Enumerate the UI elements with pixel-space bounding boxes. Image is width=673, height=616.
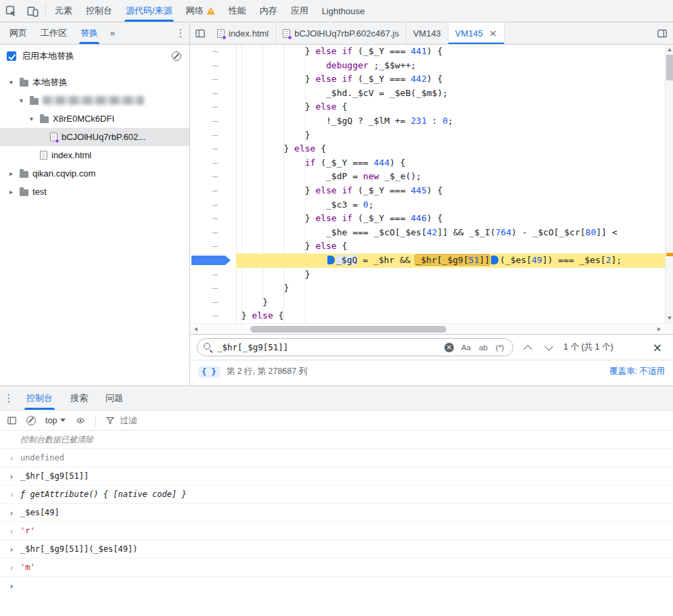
- drawer-tab[interactable]: 控制台: [18, 386, 62, 410]
- gutter-marker[interactable]: –: [190, 128, 236, 143]
- show-debugger-sidebar-icon[interactable]: [651, 22, 673, 44]
- gutter-marker[interactable]: –: [190, 114, 236, 128]
- gutter-marker[interactable]: –: [190, 239, 236, 254]
- panel-tab-label: 性能: [229, 5, 246, 17]
- scroll-up-arrow[interactable]: [666, 45, 673, 54]
- inline-breakpoint-marker[interactable]: [327, 256, 335, 264]
- tree-item[interactable]: index.html: [0, 146, 189, 164]
- js-context-label: top: [45, 416, 57, 425]
- clear-search-icon[interactable]: ×: [444, 343, 454, 352]
- panel-tab[interactable]: 源代码/来源: [119, 0, 179, 22]
- clear-console-icon[interactable]: [26, 416, 36, 425]
- tree-item-label: test: [32, 187, 47, 197]
- scroll-left-arrow[interactable]: [190, 327, 201, 331]
- panel-tab[interactable]: 元素: [48, 0, 79, 22]
- search-field[interactable]: × Aaab(*): [197, 338, 513, 356]
- panel-tab[interactable]: 控制台: [79, 0, 119, 22]
- code-lines[interactable]: –} else if (_$_Y === 441) {–debugger ;_$…: [190, 45, 665, 323]
- code-line: –debugger ;_$$w++;: [190, 59, 665, 73]
- panel-tab-label: 元素: [55, 5, 72, 17]
- tree-item[interactable]: ▾本地替换: [0, 73, 189, 91]
- code-token: (_$es[: [500, 255, 532, 265]
- close-search-icon[interactable]: ×: [649, 341, 666, 354]
- drawer-tab[interactable]: 搜索: [62, 386, 97, 410]
- tree-item[interactable]: bCJOlHUq7rbP.602...: [0, 128, 189, 146]
- horizontal-scrollbar[interactable]: [190, 323, 673, 334]
- file-tab[interactable]: VM145×: [448, 22, 505, 44]
- chevron-expanded-icon[interactable]: ▾: [7, 78, 16, 86]
- file-tab-label: bCJOlHUq7rbP.602c467.js: [294, 28, 398, 39]
- gutter-marker[interactable]: –: [190, 142, 236, 156]
- vertical-scrollbar-thumb[interactable]: [666, 55, 673, 80]
- vertical-scrollbar[interactable]: [665, 45, 673, 323]
- search-input[interactable]: [217, 342, 440, 352]
- inline-breakpoint-marker[interactable]: [491, 256, 498, 264]
- gutter-marker[interactable]: –: [190, 87, 236, 101]
- search-option-toggle[interactable]: ab: [476, 343, 490, 352]
- search-option-toggle[interactable]: Aa: [459, 343, 473, 352]
- chevron-collapsed-icon[interactable]: ▸: [7, 170, 16, 177]
- previous-result-button[interactable]: [521, 343, 534, 352]
- tree-item[interactable]: ▾X8rE0MCk6DFI: [0, 110, 189, 128]
- gutter-marker[interactable]: –: [190, 212, 236, 226]
- navigator-menu-icon[interactable]: ⋮: [172, 22, 189, 44]
- console-sidebar-icon[interactable]: [7, 416, 17, 425]
- coverage-link[interactable]: 覆盖率: 不适用: [609, 366, 665, 377]
- gutter-marker[interactable]: –: [190, 184, 236, 198]
- gutter-marker[interactable]: –: [190, 268, 236, 282]
- js-context-dropdown[interactable]: top: [45, 416, 66, 425]
- gutter-marker[interactable]: –: [190, 59, 236, 73]
- gutter-marker[interactable]: –: [190, 226, 236, 240]
- more-tabs-chevron[interactable]: »: [105, 22, 120, 44]
- navigator-tab[interactable]: 工作区: [34, 22, 74, 44]
- chevron-collapsed-icon[interactable]: ▸: [7, 188, 16, 195]
- chevron-expanded-icon[interactable]: ▾: [17, 97, 26, 104]
- scroll-down-arrow[interactable]: [666, 314, 673, 323]
- panel-tab[interactable]: 性能: [222, 0, 253, 22]
- gutter-marker[interactable]: –: [190, 198, 236, 212]
- console-prompt[interactable]: ›: [0, 577, 673, 595]
- next-result-button[interactable]: [542, 343, 555, 352]
- pretty-print-icon[interactable]: { }: [198, 366, 220, 378]
- filter-input[interactable]: [120, 416, 221, 425]
- inspect-element-icon[interactable]: [0, 0, 22, 22]
- live-expression-eye-icon[interactable]: [75, 416, 86, 425]
- file-tab[interactable]: bCJOlHUq7rbP.602c467.js: [276, 22, 406, 44]
- clear-configuration-icon[interactable]: [172, 51, 181, 61]
- code-token: }: [283, 283, 289, 293]
- enable-overrides-checkbox[interactable]: [7, 51, 16, 61]
- execution-gutter[interactable]: [190, 254, 236, 268]
- chevron-expanded-icon[interactable]: ▾: [27, 115, 36, 122]
- panel-tab[interactable]: 应用: [284, 0, 315, 22]
- panel-tab[interactable]: 网络: [179, 0, 222, 22]
- gutter-marker[interactable]: –: [190, 100, 236, 114]
- code-line-content: _$dP = new _$_e();: [236, 170, 665, 184]
- gutter-marker[interactable]: –: [190, 295, 236, 310]
- code-token: ];: [611, 255, 622, 265]
- navigator-tab[interactable]: 替换: [74, 22, 105, 44]
- tree-item[interactable]: ▸test: [0, 183, 189, 201]
- file-tab[interactable]: index.html: [210, 22, 276, 44]
- hide-navigator-icon[interactable]: [190, 22, 210, 44]
- code-token: }: [305, 269, 310, 279]
- gutter-marker[interactable]: –: [190, 309, 236, 323]
- search-option-toggle[interactable]: (*): [493, 343, 507, 352]
- panel-tab[interactable]: 内存: [253, 0, 284, 22]
- gutter-marker[interactable]: –: [190, 281, 236, 295]
- file-tab[interactable]: VM143: [407, 22, 448, 44]
- folder-icon: [30, 98, 39, 105]
- tree-item[interactable]: ▸qikan.cqvip.com: [0, 164, 189, 183]
- horizontal-scrollbar-thumb[interactable]: [250, 326, 446, 333]
- gutter-marker[interactable]: –: [190, 72, 236, 87]
- close-tab-icon[interactable]: ×: [489, 28, 497, 39]
- drawer-tab[interactable]: 问题: [97, 386, 132, 410]
- navigator-tab[interactable]: 网页: [3, 22, 34, 44]
- tree-item[interactable]: ▾: [0, 91, 189, 110]
- gutter-marker[interactable]: –: [190, 170, 236, 184]
- drawer-menu-icon[interactable]: ⋮: [0, 386, 18, 410]
- device-toolbar-icon[interactable]: [22, 0, 43, 22]
- panel-tab[interactable]: Lighthouse: [315, 0, 372, 22]
- scroll-right-arrow[interactable]: [653, 327, 664, 331]
- gutter-marker[interactable]: –: [190, 45, 236, 59]
- gutter-marker[interactable]: –: [190, 156, 236, 170]
